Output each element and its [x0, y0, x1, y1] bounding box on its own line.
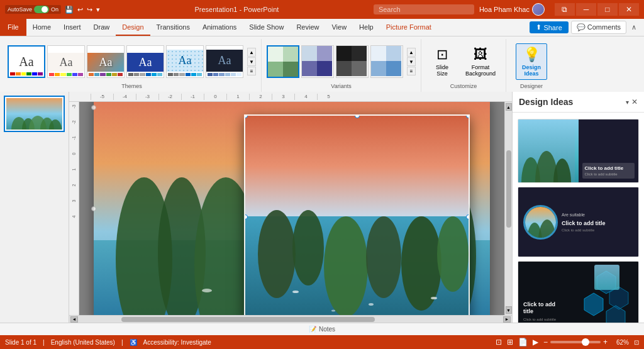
slide-photo-front[interactable]: [244, 114, 470, 316]
theme-item-6[interactable]: Aa: [206, 45, 243, 78]
view-reading-btn[interactable]: 📄: [518, 338, 528, 346]
variant-scroll-down[interactable]: ▼: [407, 57, 416, 66]
share-button[interactable]: ⬆ Share: [530, 21, 568, 33]
variant-item-3[interactable]: [336, 45, 369, 78]
theme-scroll-up[interactable]: ▲: [247, 48, 256, 57]
selection-handle-mr[interactable]: [466, 214, 470, 219]
tab-view[interactable]: View: [325, 19, 353, 36]
customize-label: Customize: [450, 83, 477, 91]
design-card-3-title: Click to addtitle: [523, 301, 556, 316]
svg-marker-45: [584, 293, 603, 316]
slide-size-icon: ⊡: [436, 47, 448, 63]
status-separator-1: |: [43, 339, 45, 346]
variant-more[interactable]: ≡: [407, 67, 416, 75]
slide-size-btn[interactable]: ⊡ SlideSize: [426, 44, 458, 79]
tab-review[interactable]: Review: [290, 19, 325, 36]
horizontal-scrollbar[interactable]: ◄ ►: [69, 315, 512, 323]
tab-home[interactable]: Home: [26, 19, 57, 36]
bg-selection-handle-tl[interactable]: [91, 105, 96, 110]
design-card-2[interactable]: Are suitable Click to add title Click to…: [518, 187, 639, 257]
redo-icon[interactable]: ↪: [87, 6, 92, 14]
zoom-out-btn[interactable]: −: [543, 338, 548, 346]
user-name: Hoa Pham Khac: [479, 6, 530, 13]
design-panel-title: Design Ideas: [519, 97, 573, 107]
notes-bar[interactable]: 📝 Notes: [0, 323, 644, 335]
view-normal-btn[interactable]: ⊡: [496, 338, 502, 346]
themes-gallery: Aa Aa Aa: [8, 40, 256, 83]
save-icon[interactable]: 💾: [65, 6, 74, 14]
tab-animations[interactable]: Animations: [196, 19, 243, 36]
design-card-1-subtitle: Click to add subtitle: [585, 172, 633, 176]
horizontal-ruler: -5 -4 -3 -2 -1 0 1 2 3 4 5: [69, 92, 512, 102]
scrollbar-track-v[interactable]: [506, 112, 511, 305]
undo-icon[interactable]: ↩: [77, 6, 83, 14]
theme-more[interactable]: ≡: [247, 67, 256, 75]
ribbon-collapse-btn[interactable]: ∧: [629, 22, 639, 33]
scroll-up-btn[interactable]: ▲: [506, 103, 512, 111]
tab-picture-format[interactable]: Picture Format: [380, 19, 438, 36]
status-bar-right: ⊡ ⊞ 📄 ▶ − + 62% ⊡: [496, 338, 639, 346]
comments-button[interactable]: 💬 Comments: [571, 21, 626, 34]
zoom-in-btn[interactable]: +: [603, 338, 608, 346]
scrollbar-track-h[interactable]: [79, 317, 502, 322]
view-slide-sorter-btn[interactable]: ⊞: [507, 338, 513, 346]
search-input[interactable]: [374, 4, 474, 14]
scrollbar-thumb-v[interactable]: [506, 150, 511, 228]
designer-label: Designer: [520, 83, 543, 91]
scroll-left-btn[interactable]: ◄: [70, 316, 78, 323]
variant-scroll-up[interactable]: ▲: [407, 48, 416, 57]
title-bar-right: Hoa Pham Khac ⧉ ─ □ ✕: [374, 3, 639, 16]
design-card-3[interactable]: Click to addtitle Click to add subtitle: [518, 261, 639, 323]
slide-thumbnail-1[interactable]: [4, 96, 65, 132]
tab-insert[interactable]: Insert: [57, 19, 87, 36]
theme-item-4[interactable]: Aa: [126, 45, 164, 78]
tab-transitions[interactable]: Transitions: [150, 19, 196, 36]
slide-size-label: SlideSize: [436, 64, 448, 77]
fit-slide-btn[interactable]: ⊡: [634, 339, 639, 346]
tab-file[interactable]: File: [0, 19, 26, 36]
format-background-btn[interactable]: 🖼 FormatBackground: [460, 44, 501, 79]
scroll-right-btn[interactable]: ►: [503, 316, 511, 323]
autosave-toggle[interactable]: [34, 6, 49, 13]
quick-access-more[interactable]: ▾: [96, 6, 100, 14]
minimize-btn[interactable]: ─: [576, 3, 596, 16]
design-panel-dropdown[interactable]: ▾: [626, 97, 629, 106]
variant-item-2[interactable]: [301, 45, 334, 78]
theme-item-5[interactable]: Aa: [166, 45, 204, 78]
design-panel-close[interactable]: ✕: [631, 97, 638, 106]
design-panel-scroll: Click to add title Click to add subtitle: [513, 113, 644, 323]
design-card-3-image: Click to addtitle Click to add subtitle: [518, 262, 638, 323]
zoom-slider[interactable]: [550, 341, 601, 343]
scrollbar-thumb-h[interactable]: [121, 317, 375, 322]
theme-scroll-down[interactable]: ▼: [247, 57, 256, 66]
variant-item-1[interactable]: [267, 45, 299, 78]
tab-slideshow[interactable]: Slide Show: [243, 19, 290, 36]
bg-selection-handle-ml[interactable]: [91, 206, 96, 211]
tab-help[interactable]: Help: [353, 19, 380, 36]
tab-draw[interactable]: Draw: [87, 19, 116, 36]
ribbon-content: Aa Aa Aa: [0, 36, 644, 92]
design-ideas-btn[interactable]: 💡 DesignIdeas: [516, 43, 547, 80]
restore-btn[interactable]: ⧉: [555, 3, 575, 16]
selection-handle-tr[interactable]: [466, 114, 470, 118]
autosave-badge[interactable]: AutoSave On: [5, 5, 61, 14]
maximize-btn[interactable]: □: [597, 3, 618, 16]
design-card-1-left: [518, 119, 579, 182]
variant-item-4[interactable]: [370, 45, 403, 78]
title-bar-center: Presentation1 - PowerPoint: [195, 6, 279, 13]
svg-point-35: [331, 309, 335, 311]
vertical-scrollbar[interactable]: ▲ ▼: [504, 102, 512, 315]
zoom-slider-thumb[interactable]: [582, 338, 589, 346]
variants-label: Variants: [331, 83, 351, 91]
theme-item-3[interactable]: Aa: [87, 45, 125, 78]
close-btn[interactable]: ✕: [619, 3, 639, 16]
slide-panel: 1: [0, 92, 69, 323]
slideshow-btn[interactable]: ▶: [533, 338, 538, 346]
slide-canvas[interactable]: [79, 102, 504, 315]
design-card-1[interactable]: Click to add title Click to add subtitle: [518, 119, 639, 183]
theme-item-2[interactable]: Aa: [47, 45, 85, 78]
theme-item-1[interactable]: Aa: [8, 45, 45, 78]
tab-design[interactable]: Design: [116, 19, 150, 36]
svg-point-32: [292, 291, 299, 293]
scroll-down-btn[interactable]: ▼: [506, 306, 512, 314]
